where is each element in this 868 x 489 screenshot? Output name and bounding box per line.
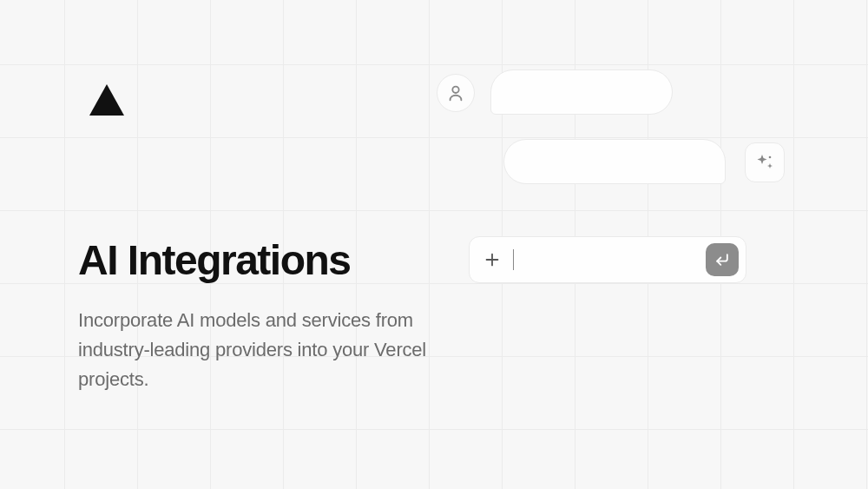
enter-arrow-icon — [713, 251, 731, 268]
svg-point-1 — [769, 156, 772, 159]
vercel-logo-triangle-icon — [89, 84, 124, 116]
plus-icon — [483, 250, 502, 269]
page-subtitle: Incorporate AI models and services from … — [78, 306, 451, 394]
send-button[interactable] — [706, 243, 739, 276]
text-caret — [513, 249, 514, 270]
page-title: AI Integrations — [78, 236, 351, 284]
svg-point-0 — [452, 87, 458, 93]
sparkles-icon — [754, 152, 775, 173]
ai-badge — [745, 142, 785, 182]
chat-input[interactable] — [513, 249, 697, 270]
user-avatar — [437, 74, 475, 112]
person-icon — [446, 83, 465, 102]
add-attachment-button[interactable] — [480, 248, 504, 272]
chat-input-bar[interactable] — [469, 236, 746, 283]
chat-bubble-ai — [503, 139, 726, 184]
chat-bubble-user — [490, 69, 673, 115]
